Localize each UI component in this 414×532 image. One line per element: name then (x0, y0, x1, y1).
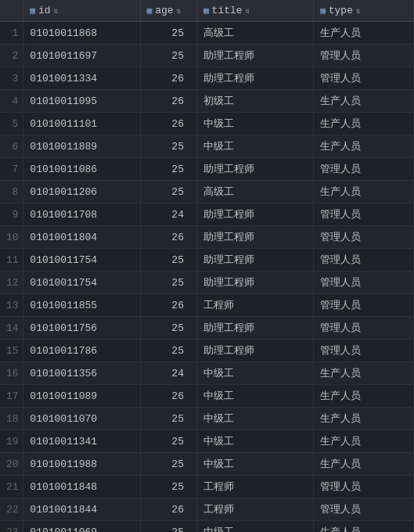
cell-title: 助理工程师 (196, 271, 313, 294)
cell-age: 26 (140, 67, 196, 90)
cell-id: 01010011804 (23, 226, 140, 249)
cell-age: 25 (140, 453, 196, 476)
cell-title: 工程师 (196, 476, 313, 498)
cell-title: 高级工 (196, 181, 313, 203)
table-row[interactable]: 2 01010011697 25 助理工程师 管理人员 (0, 45, 414, 67)
cell-age: 25 (140, 158, 196, 181)
table-row[interactable]: 9 01010011708 24 助理工程师 管理人员 (0, 203, 414, 226)
cell-age: 25 (140, 271, 196, 294)
table-row[interactable]: 14 01010011756 25 助理工程师 管理人员 (0, 317, 414, 340)
cell-title: 中级工 (196, 408, 313, 430)
row-number: 6 (0, 135, 23, 158)
table-row[interactable]: 7 01010011086 25 助理工程师 管理人员 (0, 158, 414, 181)
cell-type: 管理人员 (314, 67, 414, 90)
table-row[interactable]: 19 01010011341 25 中级工 生产人员 (0, 430, 414, 453)
row-number: 15 (0, 340, 23, 362)
cell-age: 25 (140, 430, 196, 453)
row-number: 11 (0, 249, 23, 271)
cell-type: 管理人员 (314, 226, 414, 249)
table-row[interactable]: 11 01010011754 25 助理工程师 管理人员 (0, 249, 414, 271)
cell-age: 26 (140, 385, 196, 408)
cell-title: 助理工程师 (196, 340, 313, 362)
row-number: 16 (0, 362, 23, 385)
cell-type: 管理人员 (314, 476, 414, 498)
cell-title: 助理工程师 (196, 317, 313, 340)
cell-id: 01010011889 (23, 135, 140, 158)
cell-id: 01010011095 (23, 90, 140, 113)
row-number: 1 (0, 22, 23, 45)
cell-id: 01010011756 (23, 317, 140, 340)
cell-id: 01010011341 (23, 430, 140, 453)
cell-id: 01010011101 (23, 113, 140, 135)
cell-age: 25 (140, 408, 196, 430)
cell-type: 管理人员 (314, 203, 414, 226)
cell-title: 高级工 (196, 22, 313, 45)
cell-title: 工程师 (196, 294, 313, 317)
type-sort-icon[interactable]: ⇅ (356, 6, 361, 16)
cell-type: 生产人员 (314, 181, 414, 203)
age-sort-icon[interactable]: ⇅ (177, 6, 182, 16)
cell-type: 生产人员 (314, 22, 414, 45)
row-number: 4 (0, 90, 23, 113)
table-row[interactable]: 20 01010011988 25 中级工 生产人员 (0, 453, 414, 476)
cell-id: 01010011868 (23, 22, 140, 45)
col-header-id[interactable]: ▦id⇅ (23, 0, 140, 22)
table-row[interactable]: 3 01010011334 26 助理工程师 管理人员 (0, 67, 414, 90)
age-col-icon: ▦ (147, 5, 153, 16)
table-row[interactable]: 18 01010011070 25 中级工 生产人员 (0, 408, 414, 430)
cell-type: 生产人员 (314, 90, 414, 113)
table-row[interactable]: 13 01010011855 26 工程师 管理人员 (0, 294, 414, 317)
cell-title: 中级工 (196, 385, 313, 408)
cell-title: 助理工程师 (196, 203, 313, 226)
title-sort-icon[interactable]: ⇅ (246, 6, 250, 16)
title-col-icon: ▦ (203, 5, 209, 16)
cell-title: 助理工程师 (196, 67, 313, 90)
row-number: 23 (0, 521, 23, 533)
table-header-row: ▦id⇅ ▦age⇅ ▦title⇅ ▦type⇅ (0, 0, 414, 22)
table-row[interactable]: 21 01010011848 25 工程师 管理人员 (0, 476, 414, 498)
cell-age: 26 (140, 226, 196, 249)
cell-id: 01010011988 (23, 453, 140, 476)
table-row[interactable]: 5 01010011101 26 中级工 生产人员 (0, 113, 414, 135)
cell-id: 01010011069 (23, 521, 140, 533)
table-row[interactable]: 17 01010011089 26 中级工 生产人员 (0, 385, 414, 408)
cell-id: 01010011086 (23, 158, 140, 181)
cell-type: 管理人员 (314, 158, 414, 181)
table-row[interactable]: 15 01010011786 25 助理工程师 管理人员 (0, 340, 414, 362)
row-number: 9 (0, 203, 23, 226)
cell-age: 26 (140, 294, 196, 317)
table-row[interactable]: 6 01010011889 25 中级工 生产人员 (0, 135, 414, 158)
cell-title: 中级工 (196, 135, 313, 158)
cell-id: 01010011844 (23, 498, 140, 521)
cell-id: 01010011334 (23, 67, 140, 90)
col-header-age[interactable]: ▦age⇅ (140, 0, 196, 22)
cell-id: 01010011754 (23, 271, 140, 294)
row-number: 19 (0, 430, 23, 453)
table-row[interactable]: 23 01010011069 25 中级工 生产人员 (0, 521, 414, 533)
col-header-type[interactable]: ▦type⇅ (314, 0, 414, 22)
id-col-icon: ▦ (30, 5, 35, 16)
table-row[interactable]: 22 01010011844 26 工程师 管理人员 (0, 498, 414, 521)
row-number: 7 (0, 158, 23, 181)
cell-type: 管理人员 (314, 340, 414, 362)
cell-id: 01010011089 (23, 385, 140, 408)
data-table: ▦id⇅ ▦age⇅ ▦title⇅ ▦type⇅ 1 01010011868 … (0, 0, 414, 532)
row-number: 17 (0, 385, 23, 408)
cell-type: 生产人员 (314, 113, 414, 135)
cell-age: 25 (140, 22, 196, 45)
table-row[interactable]: 4 01010011095 26 初级工 生产人员 (0, 90, 414, 113)
cell-age: 25 (140, 521, 196, 533)
table-row[interactable]: 10 01010011804 26 助理工程师 管理人员 (0, 226, 414, 249)
cell-title: 中级工 (196, 521, 313, 533)
cell-type: 管理人员 (314, 294, 414, 317)
cell-id: 01010011848 (23, 476, 140, 498)
id-sort-icon[interactable]: ⇅ (54, 6, 59, 16)
table-row[interactable]: 8 01010011206 25 高级工 生产人员 (0, 181, 414, 203)
cell-type: 管理人员 (314, 45, 414, 67)
table-row[interactable]: 1 01010011868 25 高级工 生产人员 (0, 22, 414, 45)
table-row[interactable]: 16 01010011356 24 中级工 生产人员 (0, 362, 414, 385)
type-col-icon: ▦ (320, 5, 326, 16)
col-header-title[interactable]: ▦title⇅ (196, 0, 313, 22)
cell-age: 25 (140, 340, 196, 362)
table-row[interactable]: 12 01010011754 25 助理工程师 管理人员 (0, 271, 414, 294)
